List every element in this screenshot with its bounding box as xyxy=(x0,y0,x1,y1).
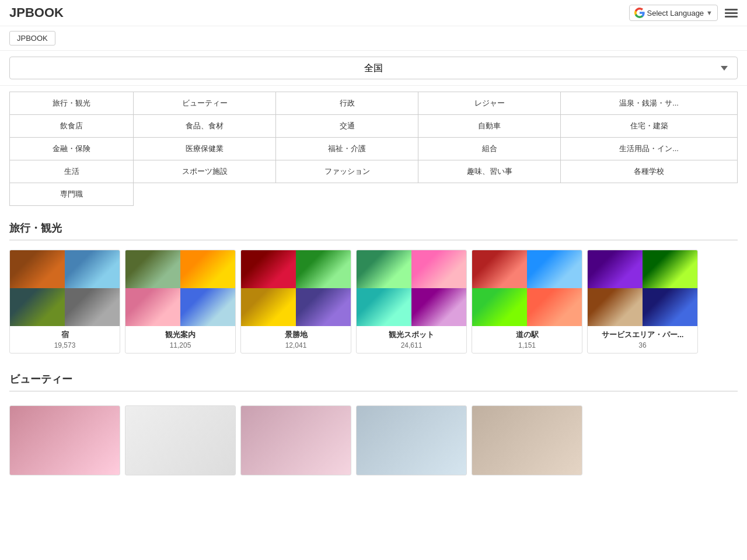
screenshot-cell xyxy=(10,250,65,288)
category-cell[interactable]: 自動車 xyxy=(418,115,561,138)
section-title: ビューティー xyxy=(9,372,738,386)
category-cell[interactable]: 専門職 xyxy=(10,183,134,206)
card-image xyxy=(125,250,235,326)
card-item[interactable]: 観光案内11,205 xyxy=(125,250,236,354)
header: JPBOOK Select Language ▼ xyxy=(0,0,747,26)
breadcrumb: JPBOOK xyxy=(0,26,747,51)
card-image xyxy=(357,250,466,326)
card-count: 36 xyxy=(592,341,693,349)
card-grid-travel: 宿19,573観光案内11,205景勝地12,041観光スポット24,611道の… xyxy=(0,250,747,363)
card-info: サービスエリア・パー...36 xyxy=(588,326,697,353)
category-cell[interactable]: 趣味、習い事 xyxy=(418,160,561,183)
category-cell[interactable]: スポーツ施設 xyxy=(134,160,276,183)
card-item[interactable]: 景勝地12,041 xyxy=(240,250,351,354)
section-divider xyxy=(9,391,738,391)
beauty-card-placeholder[interactable] xyxy=(125,405,236,475)
screenshot-cell xyxy=(65,250,120,288)
category-cell[interactable]: ファッション xyxy=(276,160,418,183)
screenshot-cell xyxy=(125,288,180,326)
card-item[interactable]: 観光スポット24,611 xyxy=(356,250,467,354)
language-selector[interactable]: Select Language ▼ xyxy=(629,5,718,21)
beauty-card-placeholder[interactable] xyxy=(240,405,351,475)
card-image xyxy=(472,250,582,326)
region-select[interactable]: 全国 北海道 東北 関東 中部 近畿 中国 四国 九州 沖縄 xyxy=(9,57,738,79)
card-name: 観光案内 xyxy=(130,330,231,340)
language-label: Select Language xyxy=(647,9,704,18)
card-image xyxy=(10,250,120,326)
logo[interactable]: JPBOOK xyxy=(9,5,64,20)
section-divider xyxy=(9,240,738,240)
beauty-card-placeholder[interactable] xyxy=(356,405,467,475)
category-cell[interactable]: 各種学校 xyxy=(561,160,738,183)
category-cell[interactable]: 住宅・建築 xyxy=(561,115,738,138)
screenshot-cell xyxy=(527,250,582,288)
screenshot-cell xyxy=(10,288,65,326)
category-cell[interactable]: 交通 xyxy=(276,115,418,138)
category-grid: 旅行・観光ビューティー行政レジャー温泉・銭湯・サ...飲食店食品、食材交通自動車… xyxy=(0,86,747,212)
screenshot-cell xyxy=(643,250,697,288)
card-name: 宿 xyxy=(15,330,115,340)
screenshot-cell xyxy=(527,288,582,326)
screenshot-cell xyxy=(472,288,527,326)
card-item[interactable]: サービスエリア・パー...36 xyxy=(587,250,698,354)
region-selector-wrap: 全国 北海道 東北 関東 中部 近畿 中国 四国 九州 沖縄 xyxy=(0,51,747,86)
category-cell[interactable]: 生活用品・イン... xyxy=(561,138,738,160)
card-item[interactable]: 宿19,573 xyxy=(9,250,120,354)
screenshot-cell xyxy=(357,288,411,326)
card-name: サービスエリア・パー... xyxy=(592,330,693,340)
card-name: 観光スポット xyxy=(361,330,462,340)
category-cell[interactable]: 温泉・銭湯・サ... xyxy=(561,92,738,115)
card-name: 道の駅 xyxy=(477,330,577,340)
section-travel: 旅行・観光 xyxy=(0,212,747,240)
category-cell[interactable]: 食品、食材 xyxy=(134,115,276,138)
category-cell[interactable]: 行政 xyxy=(276,92,418,115)
category-cell[interactable]: 福祉・介護 xyxy=(276,138,418,160)
category-cell[interactable]: レジャー xyxy=(418,92,561,115)
section-beauty: ビューティー xyxy=(0,363,747,391)
screenshot-cell xyxy=(588,288,643,326)
card-info: 観光案内11,205 xyxy=(125,326,235,353)
category-cell[interactable] xyxy=(561,183,738,206)
card-count: 19,573 xyxy=(15,341,115,349)
card-info: 観光スポット24,611 xyxy=(357,326,466,353)
category-cell[interactable]: 医療保健業 xyxy=(134,138,276,160)
category-cell[interactable] xyxy=(418,183,561,206)
card-count: 1,151 xyxy=(477,341,577,349)
screenshot-cell xyxy=(472,250,527,288)
section-title: 旅行・観光 xyxy=(9,221,738,235)
screenshot-cell xyxy=(296,250,351,288)
screenshot-cell xyxy=(180,288,235,326)
category-cell[interactable]: ビューティー xyxy=(134,92,276,115)
list-view-icon[interactable] xyxy=(725,9,738,18)
google-icon xyxy=(634,8,645,18)
screenshot-cell xyxy=(125,250,180,288)
card-info: 宿19,573 xyxy=(10,326,120,353)
beauty-card-placeholder[interactable] xyxy=(472,405,582,475)
breadcrumb-tab[interactable]: JPBOOK xyxy=(9,31,55,46)
category-cell[interactable] xyxy=(134,183,276,206)
screenshot-cell xyxy=(65,288,120,326)
category-cell[interactable]: 組合 xyxy=(418,138,561,160)
screenshot-cell xyxy=(296,288,351,326)
language-chevron-icon: ▼ xyxy=(706,9,713,16)
screenshot-cell xyxy=(411,288,466,326)
screenshot-cell xyxy=(241,288,296,326)
category-cell[interactable]: 生活 xyxy=(10,160,134,183)
card-name: 景勝地 xyxy=(246,330,346,340)
screenshot-cell xyxy=(357,250,411,288)
card-image xyxy=(241,250,351,326)
screenshot-cell xyxy=(411,250,466,288)
category-cell[interactable]: 旅行・観光 xyxy=(10,92,134,115)
beauty-card-placeholder[interactable] xyxy=(9,405,120,475)
card-item[interactable]: 道の駅1,151 xyxy=(472,250,582,354)
screenshot-cell xyxy=(643,288,697,326)
card-count: 24,611 xyxy=(361,341,462,349)
category-cell[interactable] xyxy=(276,183,418,206)
card-count: 11,205 xyxy=(130,341,231,349)
beauty-preview-row xyxy=(0,401,747,480)
category-cell[interactable]: 飲食店 xyxy=(10,115,134,138)
screenshot-cell xyxy=(180,250,235,288)
card-image xyxy=(588,250,697,326)
screenshot-cell xyxy=(588,250,643,288)
category-cell[interactable]: 金融・保険 xyxy=(10,138,134,160)
